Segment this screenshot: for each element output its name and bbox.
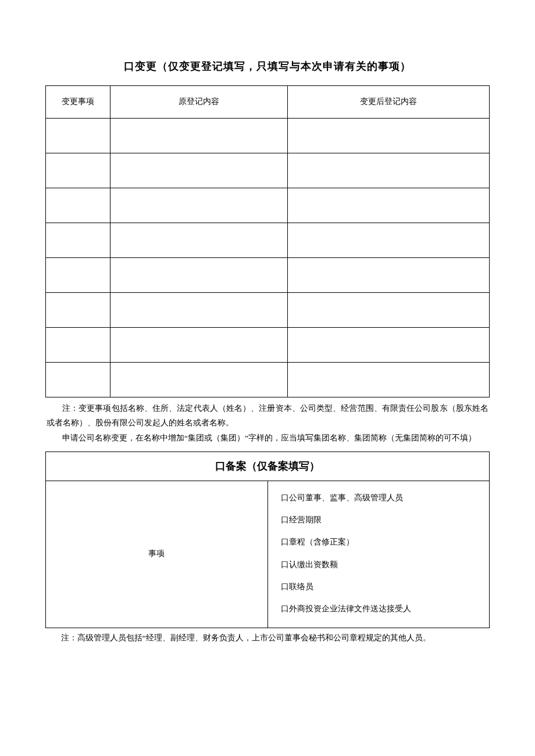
filing-option-liaison[interactable]: 口联络员 xyxy=(281,576,490,598)
cell-item[interactable] xyxy=(46,223,110,257)
filing-option-articles[interactable]: 口章程（含修正案） xyxy=(281,531,490,553)
filing-option-term[interactable]: 口经营期限 xyxy=(281,509,490,531)
table-row xyxy=(46,118,490,153)
table-row xyxy=(46,223,490,257)
cell-after[interactable] xyxy=(287,362,489,397)
cell-after[interactable] xyxy=(287,153,489,188)
cell-after[interactable] xyxy=(287,327,489,362)
change-section-note: 注：变更事项包括名称、住所、法定代表人（姓名）、注册资本、公司类型、经营范围、有… xyxy=(45,397,490,452)
cell-original[interactable] xyxy=(110,188,287,223)
cell-after[interactable] xyxy=(287,188,489,223)
cell-item[interactable] xyxy=(46,327,110,362)
header-original-content: 原登记内容 xyxy=(110,85,287,118)
note-line2: 申请公司名称变更，在名称中增加“集团或（集团）”字样的，应当填写集团名称、集团简… xyxy=(47,431,488,446)
change-table-header-row: 变更事项 原登记内容 变更后登记内容 xyxy=(46,85,490,118)
cell-after[interactable] xyxy=(287,257,489,292)
cell-item[interactable] xyxy=(46,292,110,327)
filing-section-title: 口备案（仅备案填写） xyxy=(46,454,489,478)
change-table: 变更事项 原登记内容 变更后登记内容 xyxy=(45,85,490,397)
filing-table: 口备案（仅备案填写） 事项 口公司董事、监事、高级管理人员 口经营期限 口章程（… xyxy=(45,452,490,628)
filing-options-list: 口公司董事、监事、高级管理人员 口经营期限 口章程（含修正案） 口认缴出资数额 … xyxy=(281,481,490,628)
filing-option-foreign-doc[interactable]: 口外商投资企业法律文件送达接受人 xyxy=(281,598,490,620)
table-row xyxy=(46,292,490,327)
cell-original[interactable] xyxy=(110,292,287,327)
filing-row-label: 事项 xyxy=(46,481,268,628)
cell-after[interactable] xyxy=(287,118,489,153)
cell-item[interactable] xyxy=(46,153,110,188)
filing-content-row: 事项 口公司董事、监事、高级管理人员 口经营期限 口章程（含修正案） 口认缴出资… xyxy=(46,481,490,628)
table-row xyxy=(46,153,490,188)
header-after-content: 变更后登记内容 xyxy=(287,85,489,118)
table-row xyxy=(46,257,490,292)
filing-title-row: 口备案（仅备案填写） xyxy=(46,452,490,481)
note-line1: 注：变更事项包括名称、住所、法定代表人（姓名）、注册资本、公司类型、经营范围、有… xyxy=(47,401,488,431)
table-row xyxy=(46,362,490,397)
cell-item[interactable] xyxy=(46,257,110,292)
cell-original[interactable] xyxy=(110,257,287,292)
filing-section-footnote: 注：高级管理人员包括“经理、副经理、财务负责人，上市公司董事会秘书和公司章程规定… xyxy=(45,628,490,646)
cell-item[interactable] xyxy=(46,188,110,223)
cell-after[interactable] xyxy=(287,292,489,327)
filing-option-capital[interactable]: 口认缴出资数额 xyxy=(281,554,490,576)
cell-original[interactable] xyxy=(110,118,287,153)
table-row xyxy=(46,327,490,362)
cell-item[interactable] xyxy=(46,118,110,153)
cell-original[interactable] xyxy=(110,153,287,188)
filing-option-directors[interactable]: 口公司董事、监事、高级管理人员 xyxy=(281,487,490,509)
filing-title-cell: 口备案（仅备案填写） xyxy=(46,452,490,481)
table-row xyxy=(46,188,490,223)
cell-original[interactable] xyxy=(110,327,287,362)
cell-original[interactable] xyxy=(110,223,287,257)
header-change-item: 变更事项 xyxy=(46,85,110,118)
change-section-title: 口变更（仅变更登记填写，只填写与本次申请有关的事项） xyxy=(45,58,490,75)
filing-options-cell: 口公司董事、监事、高级管理人员 口经营期限 口章程（含修正案） 口认缴出资数额 … xyxy=(268,481,490,628)
cell-item[interactable] xyxy=(46,362,110,397)
cell-after[interactable] xyxy=(287,223,489,257)
cell-original[interactable] xyxy=(110,362,287,397)
